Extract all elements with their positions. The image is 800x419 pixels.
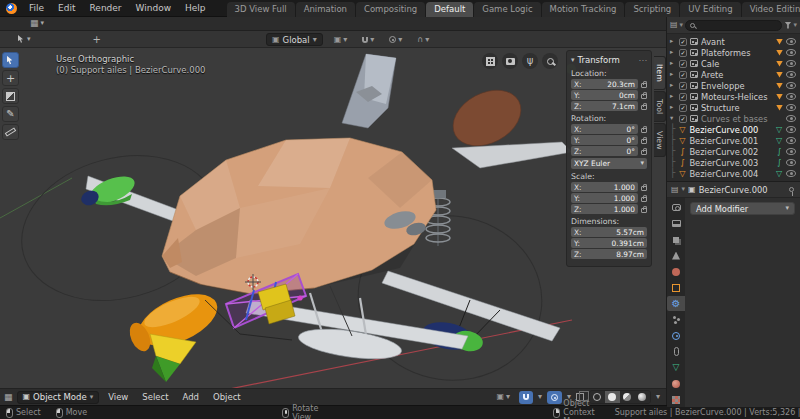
xray-toggle-icon[interactable] bbox=[576, 393, 584, 401]
select-box-tool[interactable] bbox=[2, 52, 19, 68]
hide-eye-icon[interactable] bbox=[786, 60, 796, 67]
pan-view-button[interactable] bbox=[522, 53, 538, 69]
hide-eye-icon[interactable] bbox=[786, 126, 796, 133]
object-name[interactable]: BezierCurve.002 bbox=[689, 147, 772, 157]
workspace-tab-default[interactable]: Default bbox=[426, 2, 474, 17]
location-z-field[interactable]: Z:7.1cm bbox=[571, 101, 638, 111]
pivot-point-dropdown[interactable] bbox=[330, 36, 352, 44]
workspace-tab-game-logic[interactable]: Game Logic bbox=[474, 2, 541, 17]
display-mode-icon[interactable] bbox=[670, 21, 678, 29]
collection-row-arete[interactable]: ✓ Arete bbox=[667, 69, 800, 80]
expand-icon[interactable] bbox=[670, 49, 676, 56]
collection-name[interactable]: Arete bbox=[701, 70, 773, 80]
checkbox[interactable]: ✓ bbox=[679, 71, 687, 79]
menu-render[interactable]: Render bbox=[83, 1, 129, 15]
tab-texture[interactable] bbox=[667, 392, 685, 407]
location-y-field[interactable]: Y:0cm bbox=[571, 90, 638, 100]
collection-row-moteurs-helices[interactable]: ✓ Moteurs-Helices bbox=[667, 91, 800, 102]
checkbox[interactable]: ✓ bbox=[679, 82, 687, 90]
3d-viewport[interactable]: User Orthographic (0) Support ailes | Be… bbox=[0, 48, 666, 388]
checkbox[interactable]: ✓ bbox=[679, 104, 687, 112]
orientation-dropdown[interactable]: Global bbox=[266, 33, 323, 46]
editor-type-icon[interactable] bbox=[4, 393, 13, 402]
hide-eye-icon[interactable] bbox=[786, 38, 796, 45]
tab-output[interactable] bbox=[667, 216, 685, 231]
active-tool-button[interactable] bbox=[14, 35, 35, 43]
lock-icon[interactable] bbox=[641, 105, 647, 110]
shading-lookdev-button[interactable] bbox=[620, 391, 635, 403]
scale-y-field[interactable]: Y:1.000 bbox=[571, 193, 638, 203]
menu-view[interactable]: View bbox=[103, 391, 133, 403]
dimensions-z-field[interactable]: Z:8.97cm bbox=[571, 249, 647, 259]
outliner-search-field[interactable] bbox=[685, 20, 782, 31]
shading-solid-button[interactable] bbox=[605, 391, 620, 403]
hide-eye-icon[interactable] bbox=[786, 170, 796, 177]
menu-file[interactable]: File bbox=[22, 1, 51, 15]
rotation-z-field[interactable]: Z:0° bbox=[571, 146, 638, 156]
tab-object[interactable] bbox=[667, 280, 685, 295]
hide-eye-icon[interactable] bbox=[786, 148, 796, 155]
scale-z-field[interactable]: Z:1.000 bbox=[571, 204, 638, 214]
hide-eye-icon[interactable] bbox=[786, 82, 796, 89]
falloff-dropdown[interactable] bbox=[413, 36, 433, 44]
collection-row-avant[interactable]: ✓ Avant bbox=[667, 36, 800, 47]
collection-name[interactable]: Avant bbox=[701, 37, 773, 47]
tab-constraints[interactable] bbox=[667, 344, 685, 359]
breadcrumb-object-name[interactable]: BezierCurve.000 bbox=[699, 185, 768, 195]
add-modifier-dropdown[interactable]: Add Modifier bbox=[690, 202, 795, 215]
checkbox[interactable]: ✓ bbox=[679, 115, 687, 123]
pin-icon[interactable] bbox=[789, 187, 794, 192]
expand-icon[interactable] bbox=[670, 71, 676, 78]
object-name[interactable]: BezierCurve.000 bbox=[689, 125, 772, 135]
hide-eye-icon[interactable] bbox=[786, 104, 796, 111]
workspace-tab-compositing[interactable]: Compositing bbox=[356, 2, 426, 17]
collection-name[interactable]: Structure bbox=[701, 103, 773, 113]
collection-name[interactable]: Cale bbox=[701, 59, 773, 69]
hide-eye-icon[interactable] bbox=[786, 71, 796, 78]
snap-dropdown[interactable] bbox=[358, 36, 378, 44]
tab-modifiers[interactable] bbox=[667, 296, 685, 311]
tab-tool[interactable]: Tool bbox=[654, 91, 666, 122]
workspace-tab-uv-editing[interactable]: UV Editing bbox=[680, 2, 741, 17]
scale-x-field[interactable]: X:1.000 bbox=[571, 182, 638, 192]
collection-row-enveloppe[interactable]: ✓ Enveloppe bbox=[667, 80, 800, 91]
measure-tool[interactable] bbox=[2, 124, 19, 140]
workspace-tab-video-editing[interactable]: Video Editing bbox=[742, 2, 800, 17]
expand-icon[interactable] bbox=[670, 38, 676, 45]
menu-window[interactable]: Window bbox=[129, 1, 179, 15]
tab-material[interactable] bbox=[667, 376, 685, 391]
workspace-tab-scripting[interactable]: Scripting bbox=[625, 2, 680, 17]
expand-icon[interactable] bbox=[670, 93, 676, 100]
shading-dropdown-icon[interactable] bbox=[656, 393, 660, 401]
collection-row-curves-et-bases[interactable]: ✓ Curves et bases bbox=[667, 113, 800, 124]
workspace-tab-animation[interactable]: Animation bbox=[296, 2, 356, 17]
expand-icon[interactable] bbox=[670, 104, 676, 111]
mode-dropdown[interactable]: Object Mode bbox=[17, 391, 100, 404]
expand-icon[interactable] bbox=[670, 60, 676, 67]
collection-name[interactable]: Moteurs-Helices bbox=[701, 92, 773, 102]
checkbox[interactable]: ✓ bbox=[679, 60, 687, 68]
lock-icon[interactable] bbox=[641, 139, 647, 144]
object-row-beziercurve-000[interactable]: BezierCurve.000 bbox=[667, 124, 800, 135]
dropdown-icon[interactable] bbox=[680, 22, 684, 29]
rotation-mode-dropdown[interactable]: XYZ Euler bbox=[571, 158, 647, 169]
lock-icon[interactable] bbox=[641, 197, 647, 202]
filter-icon[interactable] bbox=[784, 22, 791, 29]
tab-view-layer[interactable] bbox=[667, 232, 685, 247]
cursor-tool-icon[interactable] bbox=[93, 35, 102, 44]
checkbox[interactable]: ✓ bbox=[679, 49, 687, 57]
lock-icon[interactable] bbox=[641, 208, 647, 213]
hide-eye-icon[interactable] bbox=[786, 159, 796, 166]
dimensions-x-field[interactable]: X:5.57cm bbox=[571, 227, 647, 237]
lock-icon[interactable] bbox=[641, 94, 647, 99]
lock-icon[interactable] bbox=[641, 186, 647, 191]
object-row-beziercurve-004[interactable]: BezierCurve.004 bbox=[667, 168, 800, 179]
rotation-y-field[interactable]: Y:0° bbox=[571, 135, 638, 145]
menu-add[interactable]: Add bbox=[178, 391, 204, 403]
lock-icon[interactable] bbox=[641, 83, 647, 88]
expand-icon[interactable] bbox=[670, 82, 676, 89]
tab-scene[interactable] bbox=[667, 248, 685, 263]
cursor-tool[interactable]: + bbox=[2, 70, 19, 86]
shading-rendered-button[interactable] bbox=[635, 391, 650, 403]
lock-icon[interactable] bbox=[641, 128, 647, 133]
